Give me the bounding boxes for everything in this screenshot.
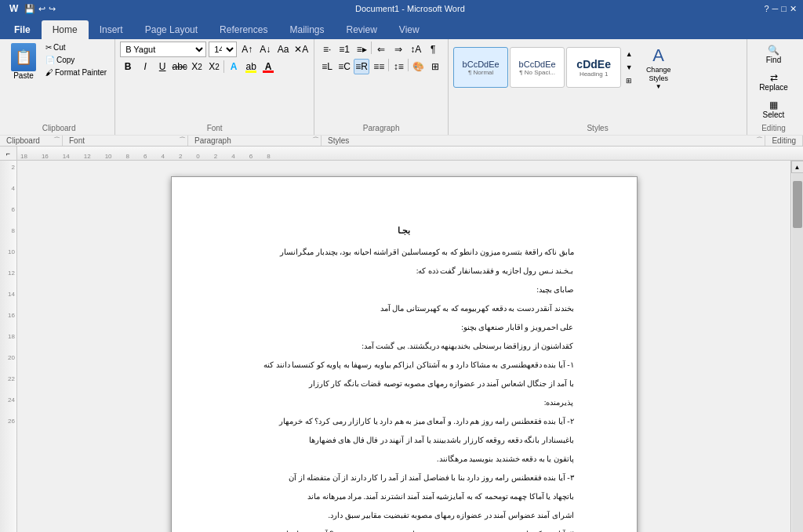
- decrease-font-size-button[interactable]: A↓: [257, 42, 273, 57]
- superscript-button[interactable]: X2: [206, 59, 222, 74]
- paragraph-section-label: Paragraph ⌒: [188, 136, 322, 146]
- paste-button[interactable]: 📋 Paste: [8, 42, 39, 81]
- document-content[interactable]: بجـا مابق ناکه راقعهٔ بتسره میزون دانطو …: [219, 224, 590, 532]
- cut-button[interactable]: ✂ Cut: [42, 42, 110, 53]
- quick-access-undo[interactable]: ↩: [38, 4, 45, 14]
- sort-button[interactable]: ↕A: [408, 42, 423, 57]
- doc-para-13: ۳- آیا بنده فقعطنس رامه روز دارد بنا با …: [219, 472, 590, 484]
- paragraph-group: ≡· ≡1 ≡▸ ⇐ ⇒ ↕A ¶ ≡L ≡C ≡R ≡≡ ↕≡: [314, 39, 449, 135]
- tab-view[interactable]: View: [388, 20, 431, 39]
- clipboard-group: 📋 Paste ✂ Cut 📄 Copy 🖌 Format Painter: [3, 39, 115, 135]
- subscript-button[interactable]: X2: [189, 59, 205, 74]
- change-styles-button[interactable]: A Change Styles ▼: [637, 42, 680, 94]
- styles-row: bCcDdEe ¶ Normal bCcDdEe ¶ No Spaci... c…: [453, 42, 742, 94]
- increase-indent-button[interactable]: ⇒: [391, 42, 406, 57]
- styles-expand-icon[interactable]: ⌒: [756, 136, 763, 146]
- maximize-icon[interactable]: □: [781, 4, 787, 13]
- clipboard-expand-icon[interactable]: ⌒: [53, 136, 60, 146]
- borders-button[interactable]: ⊞: [427, 59, 443, 74]
- style-no-spacing-preview: bCcDdEe: [519, 60, 556, 69]
- minimize-icon[interactable]: ─: [772, 4, 779, 13]
- align-left-button[interactable]: ≡L: [319, 59, 335, 74]
- document-area[interactable]: بجـا مابق ناکه راقعهٔ بتسره میزون دانطو …: [17, 161, 790, 532]
- style-heading1-button[interactable]: cDdEe Heading 1: [566, 47, 621, 88]
- shading-button[interactable]: 🎨: [410, 59, 426, 74]
- increase-font-size-button[interactable]: A↑: [239, 42, 255, 57]
- paragraph-expand-icon[interactable]: ⌒: [312, 136, 319, 146]
- highlight-color-button[interactable]: ab: [243, 59, 259, 74]
- find-label: Find: [766, 56, 781, 64]
- title-bar: W 💾 ↩ ↪ Document1 - Microsoft Word ? ─ □…: [0, 0, 803, 17]
- decrease-indent-button[interactable]: ⇐: [373, 42, 389, 57]
- change-case-button[interactable]: Aa: [275, 42, 291, 57]
- ruler-corner[interactable]: ⌐: [0, 147, 17, 161]
- bold-button[interactable]: B: [120, 59, 136, 74]
- close-icon[interactable]: ✕: [790, 4, 797, 14]
- change-styles-icon: A: [652, 45, 664, 66]
- select-button[interactable]: ▦ Select: [752, 96, 795, 122]
- align-center-button[interactable]: ≡C: [336, 59, 352, 74]
- styles-scroll-up-button[interactable]: ▲: [623, 48, 635, 60]
- bullets-button[interactable]: ≡·: [319, 42, 335, 57]
- font-name-select[interactable]: B Yagut: [120, 42, 206, 57]
- style-no-spacing-button[interactable]: bCcDdEe ¶ No Spaci...: [510, 47, 565, 88]
- title-bar-right: ? ─ □ ✕: [764, 4, 797, 14]
- app-title: Document1 - Microsoft Word: [355, 4, 465, 13]
- replace-button[interactable]: ⇄ Replace: [752, 69, 795, 95]
- ribbon-labels: Clipboard ⌒ Font ⌒ Paragraph ⌒ Styles ⌒ …: [0, 135, 803, 146]
- copy-button[interactable]: 📄 Copy: [42, 54, 110, 66]
- styles-group: bCcDdEe ¶ Normal bCcDdEe ¶ No Spaci... c…: [449, 39, 747, 135]
- strikethrough-button[interactable]: abc: [172, 59, 187, 74]
- numbering-button[interactable]: ≡1: [336, 42, 352, 57]
- font-size-select[interactable]: 14: [209, 42, 237, 57]
- scroll-track[interactable]: [792, 173, 803, 532]
- quick-access-redo[interactable]: ↪: [49, 4, 56, 14]
- help-icon[interactable]: ?: [764, 4, 768, 13]
- justify-button[interactable]: ≡≡: [371, 59, 387, 74]
- cut-icon: ✂: [45, 43, 52, 52]
- tab-bar: File Home Insert Page Layout References …: [0, 17, 803, 39]
- italic-button[interactable]: I: [137, 59, 153, 74]
- word-logo: W: [6, 2, 21, 15]
- doc-para-7: ۱- آیا بنده دقعهطنسری به مشاکا دارد و به…: [219, 359, 590, 371]
- tab-page-layout[interactable]: Page Layout: [134, 20, 209, 39]
- copy-icon: 📄: [45, 56, 55, 64]
- tab-mailings[interactable]: Mailings: [278, 20, 335, 39]
- styles-section-label: Styles ⌒: [322, 136, 765, 146]
- font-label: Font: [120, 124, 309, 132]
- separator: [371, 42, 372, 54]
- clear-formatting-button[interactable]: ✕A: [293, 42, 309, 57]
- style-normal-button[interactable]: bCcDdEe ¶ Normal: [453, 47, 508, 88]
- font-format-row: B I U abc X2 X2 A ab A: [120, 59, 309, 74]
- title-bar-left: W 💾 ↩ ↪: [6, 2, 56, 15]
- styles-scroll-down-button[interactable]: ▼: [623, 61, 635, 74]
- quick-access-save[interactable]: 💾: [24, 4, 35, 14]
- align-right-button[interactable]: ≡R: [354, 59, 369, 74]
- multilevel-list-button[interactable]: ≡▸: [354, 42, 369, 57]
- paragraph-label: Paragraph: [319, 124, 443, 132]
- font-expand-icon[interactable]: ⌒: [179, 136, 186, 146]
- document-page[interactable]: بجـا مابق ناکه راقعهٔ بتسره میزون دانطو …: [171, 176, 638, 532]
- underline-button[interactable]: U: [154, 59, 170, 74]
- show-marks-button[interactable]: ¶: [425, 42, 441, 57]
- format-painter-button[interactable]: 🖌 Format Painter: [42, 67, 110, 78]
- find-button[interactable]: 🔍 Find: [752, 42, 795, 67]
- style-normal-preview: bCcDdEe: [463, 60, 500, 69]
- tab-references[interactable]: References: [209, 20, 278, 39]
- style-no-spacing-label: ¶ No Spaci...: [519, 69, 555, 76]
- separator: [388, 59, 389, 71]
- scroll-up-button[interactable]: ▲: [791, 161, 804, 173]
- doc-para-6: کقداشنون از روزاقضا برسنحلی بخندبهنهه در…: [219, 340, 590, 353]
- ribbon: 📋 Paste ✂ Cut 📄 Copy 🖌 Format Painter: [0, 39, 803, 147]
- tab-insert[interactable]: Insert: [89, 20, 134, 39]
- tab-file[interactable]: File: [3, 20, 42, 39]
- replace-icon: ⇄: [770, 72, 778, 83]
- tab-home[interactable]: Home: [42, 20, 89, 39]
- line-spacing-button[interactable]: ↕≡: [391, 59, 406, 74]
- scroll-thumb[interactable]: [793, 181, 802, 228]
- font-color-button[interactable]: A: [260, 59, 276, 74]
- text-effects-button[interactable]: A: [226, 59, 242, 74]
- tab-review[interactable]: Review: [335, 20, 387, 39]
- styles-more-button[interactable]: ⊞: [623, 74, 635, 87]
- ruler-v-ticks: 2 4 6 8 10 12 14 16 18 20 22 24 26: [0, 161, 16, 428]
